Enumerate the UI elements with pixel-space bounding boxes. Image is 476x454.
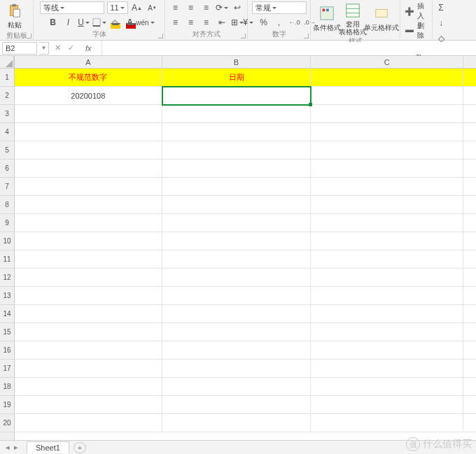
font-color-button[interactable]: A <box>124 16 136 29</box>
cell[interactable] <box>463 378 476 396</box>
cell[interactable] <box>15 232 162 250</box>
cell[interactable] <box>162 323 312 341</box>
align-bottom-button[interactable]: ≡ <box>200 1 213 14</box>
cell[interactable] <box>162 141 312 159</box>
column-header[interactable]: B <box>162 56 312 68</box>
column-header[interactable] <box>463 56 476 68</box>
confirm-button[interactable]: ✓ <box>68 43 74 52</box>
fill-button[interactable]: ↓ <box>435 17 447 29</box>
bold-button[interactable]: B <box>47 16 59 29</box>
cell[interactable] <box>15 105 162 123</box>
delete-button[interactable]: ➖删除 <box>405 21 428 41</box>
cell[interactable] <box>162 123 312 141</box>
cell[interactable] <box>162 360 312 378</box>
row-header[interactable]: 2 <box>0 87 14 105</box>
name-box-dropdown[interactable]: ▼ <box>39 42 49 55</box>
cell[interactable] <box>311 414 463 432</box>
cell[interactable] <box>311 232 463 250</box>
cell[interactable] <box>15 269 162 287</box>
row-header[interactable]: 8 <box>0 196 14 214</box>
format-as-table-button[interactable]: 套用 表格格式 <box>341 1 364 36</box>
cell[interactable] <box>162 378 312 396</box>
font-name-combo[interactable]: 等线 <box>40 1 104 14</box>
cell[interactable] <box>463 87 476 105</box>
cell[interactable] <box>162 305 312 323</box>
cell[interactable] <box>463 414 476 432</box>
decrease-decimal-button[interactable]: .0→ <box>304 16 316 29</box>
row-header[interactable]: 19 <box>0 396 14 414</box>
paste-button[interactable]: 粘贴 <box>4 1 25 31</box>
cell[interactable] <box>311 287 463 305</box>
increase-font-button[interactable]: A▲ <box>131 1 144 14</box>
indent-dec-button[interactable]: ⇤ <box>216 16 228 29</box>
cell[interactable] <box>311 305 463 323</box>
row-header[interactable]: 11 <box>0 250 14 269</box>
cell-styles-button[interactable]: 单元格样式 <box>367 4 396 34</box>
row-header[interactable]: 3 <box>0 105 14 123</box>
insert-button[interactable]: ➕插入 <box>405 1 428 21</box>
row-header[interactable]: 18 <box>0 378 14 396</box>
cell[interactable] <box>463 360 476 378</box>
add-sheet-button[interactable]: + <box>74 442 86 453</box>
cell[interactable] <box>463 196 476 214</box>
cell[interactable] <box>463 214 476 232</box>
cell[interactable] <box>15 123 162 141</box>
row-header[interactable]: 14 <box>0 305 14 323</box>
cell[interactable] <box>15 378 162 396</box>
cell[interactable] <box>311 341 463 360</box>
cell[interactable] <box>162 232 312 250</box>
cell[interactable] <box>311 396 463 414</box>
cell[interactable] <box>162 341 312 360</box>
comma-button[interactable]: , <box>273 16 286 29</box>
cell[interactable] <box>162 159 312 178</box>
cell[interactable] <box>311 269 463 287</box>
phonetic-button[interactable]: wén <box>139 16 152 29</box>
cell[interactable] <box>311 123 463 141</box>
align-left-button[interactable]: ≡ <box>169 16 182 29</box>
conditional-format-button[interactable]: 条件格式 <box>315 4 338 34</box>
cell[interactable] <box>162 214 312 232</box>
cell[interactable] <box>463 341 476 360</box>
row-header[interactable]: 15 <box>0 323 14 341</box>
cell[interactable] <box>15 141 162 159</box>
tab-nav-first[interactable]: ◂ <box>6 443 10 452</box>
cell[interactable] <box>463 250 476 269</box>
cell[interactable] <box>15 287 162 305</box>
tab-nav-last[interactable]: ▸ <box>14 443 18 452</box>
underline-button[interactable]: U <box>78 16 90 29</box>
cell[interactable] <box>162 269 312 287</box>
cell[interactable] <box>162 196 312 214</box>
fill-color-button[interactable] <box>108 16 121 29</box>
cell[interactable] <box>463 69 476 87</box>
insert-function-button[interactable]: fx <box>81 44 96 52</box>
cell[interactable] <box>162 87 312 105</box>
cell[interactable] <box>311 105 463 123</box>
cancel-button[interactable]: ✕ <box>55 43 61 52</box>
cell[interactable] <box>15 250 162 269</box>
cell[interactable] <box>463 141 476 159</box>
cell[interactable] <box>15 305 162 323</box>
cell[interactable] <box>311 323 463 341</box>
column-header[interactable]: C <box>311 56 463 68</box>
align-center-button[interactable]: ≡ <box>185 16 197 29</box>
cell[interactable] <box>15 360 162 378</box>
cell[interactable] <box>162 414 312 432</box>
cell[interactable] <box>15 341 162 360</box>
cell[interactable] <box>463 178 476 196</box>
autosum-button[interactable]: Σ <box>435 1 447 14</box>
row-header[interactable]: 12 <box>0 269 14 287</box>
row-header[interactable]: 6 <box>0 159 14 178</box>
cell[interactable] <box>15 196 162 214</box>
number-format-combo[interactable]: 常规 <box>252 1 307 14</box>
row-header[interactable]: 17 <box>0 360 14 378</box>
align-middle-button[interactable]: ≡ <box>185 1 197 14</box>
row-header[interactable]: 7 <box>0 178 14 196</box>
cell[interactable] <box>311 378 463 396</box>
row-header[interactable]: 4 <box>0 123 14 141</box>
row-header[interactable]: 16 <box>0 341 14 360</box>
cell[interactable] <box>463 232 476 250</box>
currency-button[interactable]: ¥ <box>242 16 255 29</box>
cell[interactable] <box>311 214 463 232</box>
cell[interactable] <box>162 250 312 269</box>
cell[interactable] <box>15 159 162 178</box>
